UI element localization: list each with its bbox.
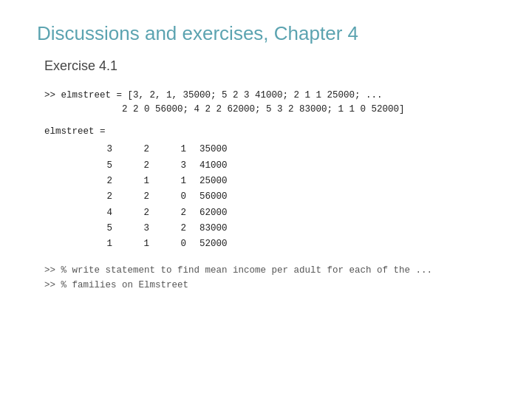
code-block: >> elmstreet = [3, 2, 1, 35000; 5 2 3 41… <box>44 89 495 293</box>
page: Discussions and exercises, Chapter 4 Exe… <box>0 0 532 399</box>
matrix-row: 11052000 <box>89 236 241 252</box>
matrix-cell: 1 <box>163 142 200 157</box>
matrix-cell: 3 <box>126 221 163 236</box>
matrix-cell: 5 <box>89 221 126 236</box>
comment-line-1: >> % write statement to find mean income… <box>44 264 495 278</box>
matrix-cell: 4 <box>89 205 126 221</box>
matrix-cell: 3 <box>89 142 126 157</box>
matrix-cell: 3 <box>163 158 200 174</box>
matrix-row: 52341000 <box>89 158 241 174</box>
matrix-cell: 52000 <box>200 236 241 252</box>
matrix-cell: 62000 <box>200 205 241 221</box>
comment-line-2: >> % families on Elmstreet <box>44 279 495 293</box>
matrix-cell: 2 <box>126 142 163 157</box>
matrix-cell: 2 <box>89 174 126 189</box>
matrix-cell: 5 <box>89 158 126 174</box>
matrix-row: 42262000 <box>89 205 241 221</box>
exercise-title: Exercise 4.1 <box>44 58 495 74</box>
matrix-cell: 2 <box>163 221 200 236</box>
matrix-cell: 56000 <box>200 189 241 205</box>
input-line-1: >> elmstreet = [3, 2, 1, 35000; 5 2 3 41… <box>44 89 495 103</box>
matrix-row: 22056000 <box>89 189 241 205</box>
matrix-row: 53283000 <box>89 221 241 236</box>
matrix-cell: 2 <box>163 205 200 221</box>
matrix-cell: 1 <box>163 174 200 189</box>
matrix-cell: 1 <box>126 174 163 189</box>
matrix-cell: 2 <box>126 205 163 221</box>
matrix-row: 32135000 <box>89 142 241 157</box>
matrix-cell: 1 <box>126 236 163 252</box>
matrix-cell: 35000 <box>200 142 241 157</box>
matrix-cell: 2 <box>89 189 126 205</box>
matrix-cell: 1 <box>89 236 126 252</box>
var-label: elmstreet = <box>44 125 495 139</box>
matrix-cell: 0 <box>163 189 200 205</box>
matrix-cell: 0 <box>163 236 200 252</box>
matrix-cell: 25000 <box>200 174 241 189</box>
matrix-data: 3213500052341000211250002205600042262000… <box>89 142 241 253</box>
main-title: Discussions and exercises, Chapter 4 <box>37 22 495 45</box>
input-line-2: 2 2 0 56000; 4 2 2 62000; 5 3 2 83000; 1… <box>44 103 495 117</box>
matrix-cell: 41000 <box>200 158 241 174</box>
matrix-table: 3213500052341000211250002205600042262000… <box>89 142 241 253</box>
matrix-row: 21125000 <box>89 174 241 189</box>
matrix-cell: 2 <box>126 189 163 205</box>
matrix-cell: 83000 <box>200 221 241 236</box>
matrix-cell: 2 <box>126 158 163 174</box>
